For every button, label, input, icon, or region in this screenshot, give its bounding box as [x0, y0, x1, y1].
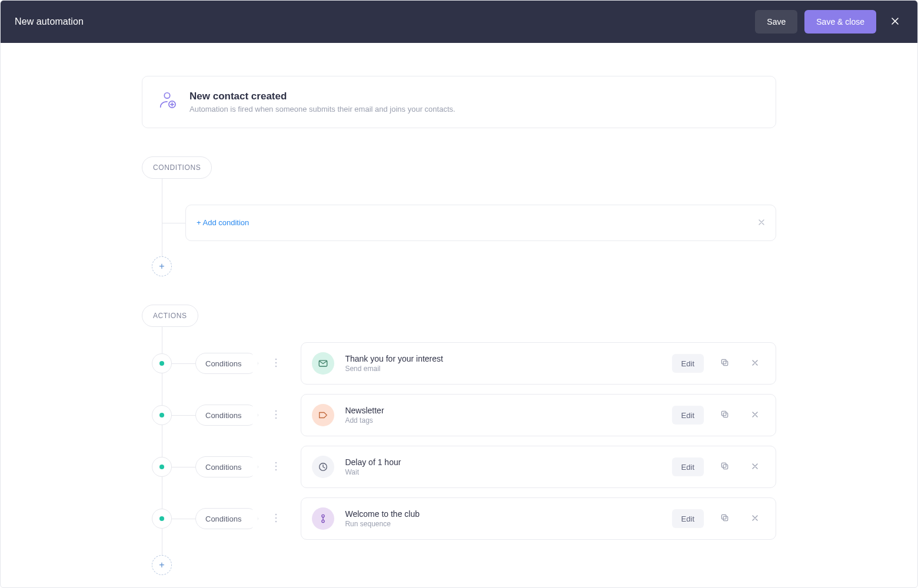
conditions-pill-label: Conditions [205, 514, 241, 523]
duplicate-action-button[interactable] [714, 509, 734, 529]
edit-action-button[interactable]: Edit [672, 509, 704, 528]
svg-rect-7 [721, 359, 726, 364]
row-conditions-button[interactable]: Conditions [195, 405, 258, 426]
svg-rect-6 [723, 361, 728, 366]
action-row-1: Conditions Newsletter Add tags Edit [162, 394, 776, 436]
plus-icon: + [159, 560, 164, 570]
flow-node [152, 457, 172, 477]
svg-point-20 [275, 517, 277, 519]
close-icon [751, 514, 759, 523]
svg-point-9 [275, 413, 277, 415]
edit-action-button[interactable]: Edit [672, 457, 704, 476]
duplicate-action-button[interactable] [714, 353, 734, 373]
action-row-0: Conditions Thank you for your interest S… [162, 342, 776, 385]
actions-section: ACTIONS Conditions Thank you for your in… [142, 305, 776, 575]
drag-handle[interactable] [270, 358, 282, 369]
delete-action-button[interactable] [745, 353, 765, 373]
flow-node [152, 353, 172, 373]
svg-point-22 [322, 514, 324, 517]
add-condition-link[interactable]: + Add condition [197, 218, 249, 227]
delete-action-button[interactable] [745, 457, 765, 477]
action-card: Thank you for your interest Send email E… [301, 342, 776, 385]
add-condition-group-button[interactable]: + [152, 256, 172, 276]
clock-icon [312, 456, 334, 478]
conditions-tree: + Add condition + [162, 179, 776, 276]
row-conditions-button[interactable]: Conditions [195, 456, 258, 477]
action-card: Welcome to the club Run sequence Edit [301, 497, 776, 540]
conditions-section-label: CONDITIONS [142, 156, 212, 179]
edit-action-button[interactable]: Edit [672, 354, 704, 373]
copy-icon [720, 410, 729, 420]
delete-action-button[interactable] [745, 405, 765, 425]
conditions-section: CONDITIONS + Add condition [142, 156, 776, 276]
trigger-card[interactable]: New contact created Automation is fired … [142, 76, 776, 128]
edit-action-button[interactable]: Edit [672, 406, 704, 425]
svg-point-0 [164, 93, 169, 98]
remove-condition-button[interactable] [758, 218, 765, 228]
plus-icon: + [159, 261, 164, 272]
duplicate-action-button[interactable] [714, 405, 734, 425]
action-texts: Welcome to the club Run sequence [345, 509, 420, 528]
close-icon [758, 218, 765, 228]
close-icon [890, 16, 900, 28]
svg-point-2 [275, 358, 277, 360]
actions-section-label: ACTIONS [142, 305, 198, 327]
action-card: Newsletter Add tags Edit [301, 394, 776, 436]
svg-rect-11 [723, 413, 728, 417]
svg-point-23 [322, 520, 324, 522]
contact-created-icon [158, 91, 177, 111]
action-subtitle: Run sequence [345, 520, 420, 528]
action-row-2: Conditions Delay of 1 hour Wait Edit [162, 446, 776, 488]
action-subtitle: Wait [345, 468, 401, 476]
svg-point-13 [275, 462, 277, 463]
trigger-description: Automation is fired when someone submits… [189, 105, 455, 113]
drag-handle-icon [274, 513, 278, 524]
drag-handle-icon [274, 358, 278, 369]
svg-point-10 [275, 417, 277, 419]
action-row-3: Conditions Welcome to the club Run seque… [162, 497, 776, 540]
action-texts: Newsletter Add tags [345, 406, 384, 425]
row-conditions-button[interactable]: Conditions [195, 508, 258, 529]
action-title: Delay of 1 hour [345, 457, 401, 467]
add-action-button[interactable]: + [152, 555, 172, 575]
flow-node [152, 405, 172, 425]
svg-point-14 [275, 465, 277, 467]
svg-point-15 [275, 469, 277, 470]
save-close-button[interactable]: Save & close [804, 10, 876, 34]
drag-handle-icon [274, 410, 278, 421]
drag-handle[interactable] [270, 462, 282, 473]
drag-handle[interactable] [270, 410, 282, 421]
close-icon [751, 463, 759, 472]
action-title: Thank you for your interest [345, 354, 443, 363]
delete-action-button[interactable] [745, 509, 765, 529]
copy-icon [720, 358, 729, 369]
close-button[interactable] [883, 10, 907, 34]
automation-builder-window: New automation Save Save & close [0, 0, 918, 588]
svg-rect-24 [723, 516, 728, 521]
save-button[interactable]: Save [755, 10, 797, 34]
duplicate-action-button[interactable] [714, 457, 734, 477]
svg-rect-17 [723, 465, 728, 469]
action-title: Welcome to the club [345, 509, 420, 519]
conditions-pill-label: Conditions [205, 359, 241, 368]
conditions-pill-label: Conditions [205, 411, 241, 420]
action-texts: Thank you for your interest Send email [345, 354, 443, 373]
page-title: New automation [15, 16, 84, 27]
svg-point-19 [275, 513, 277, 515]
flow-node [152, 509, 172, 529]
close-icon [751, 411, 759, 420]
svg-point-3 [275, 362, 277, 363]
action-subtitle: Send email [345, 365, 443, 373]
action-texts: Delay of 1 hour Wait [345, 457, 401, 476]
svg-rect-12 [721, 411, 726, 416]
drag-handle[interactable] [270, 513, 282, 524]
close-icon [751, 359, 759, 368]
row-conditions-button[interactable]: Conditions [195, 353, 258, 374]
condition-card: + Add condition [185, 205, 776, 241]
svg-point-21 [275, 520, 277, 522]
header-actions: Save Save & close [755, 10, 907, 34]
svg-rect-18 [721, 463, 726, 467]
action-subtitle: Add tags [345, 416, 384, 425]
trigger-texts: New contact created Automation is fired … [189, 91, 455, 113]
email-icon [312, 352, 334, 375]
